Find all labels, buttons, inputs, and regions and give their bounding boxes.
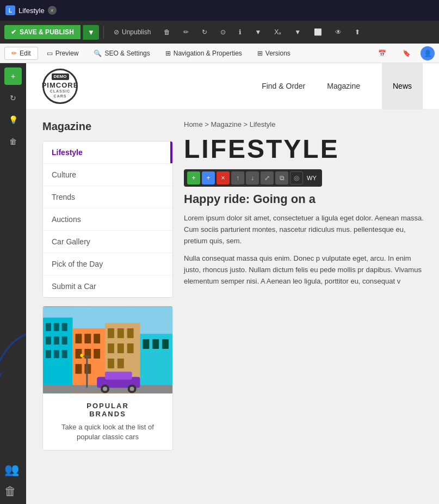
main-toolbar: ✔ SAVE & PUBLISH ▼ ⊘ Unpublish 🗑 ✏ ↻ ⊙ ℹ… [0, 21, 439, 44]
translate-button[interactable]: Xₐ [269, 26, 287, 39]
versions-button[interactable]: ⊞ Versions [251, 47, 297, 59]
svg-rect-25 [108, 343, 114, 353]
add-button[interactable]: + [4, 67, 22, 85]
ft-expand-btn[interactable]: ⤢ [261, 171, 274, 185]
breadcrumb-home[interactable]: Home [184, 120, 203, 128]
logo-demo-badge: DEMO [52, 73, 69, 80]
svg-rect-7 [54, 336, 59, 345]
svg-rect-37 [105, 372, 132, 380]
refresh-button[interactable]: ↻ [196, 26, 213, 39]
svg-rect-32 [143, 339, 149, 349]
card-title-area: POPULAR BRANDS Take a quick look at the … [43, 394, 172, 450]
calendar-icon: 📅 [378, 50, 386, 57]
open-new-icon: ⬜ [314, 28, 322, 36]
unpublish-label: Unpublish [122, 28, 151, 36]
preview-mode-button[interactable]: ▭ Preview [40, 47, 85, 59]
nav-item-lifestyle[interactable]: Lifestyle [43, 142, 172, 164]
svg-rect-18 [94, 349, 100, 359]
right-column: Home > Magazine > Lifestyle LIFESTYLE + … [184, 120, 428, 493]
svg-rect-11 [62, 350, 67, 358]
svg-rect-13 [76, 334, 82, 343]
edit-mode-icon: ✏ [11, 50, 17, 57]
svg-rect-34 [162, 339, 169, 349]
ft-close-btn[interactable]: × [217, 171, 230, 185]
edit-pencil-button[interactable]: ✏ [178, 26, 194, 39]
pencil-icon: ✏ [183, 28, 189, 36]
share-button[interactable]: ⬆ [349, 26, 366, 39]
breadcrumb-sep1: > [205, 120, 211, 128]
nav-magazine[interactable]: Magazine [327, 82, 360, 90]
breadcrumb: Home > Magazine > Lifestyle [184, 120, 428, 128]
preview-eye-button[interactable]: 👁 [330, 26, 347, 39]
translate-dropdown-button[interactable]: ▼ [289, 26, 306, 39]
site-header: DEMO PIMCORE CLASSIC CARS Find & Order M… [26, 63, 439, 109]
refresh-sidebar-button[interactable]: ↻ [4, 89, 22, 107]
target-button[interactable]: ⊙ [215, 26, 231, 39]
nav-item-car-gallery[interactable]: Car Gallery [43, 231, 172, 253]
top-bar: L Lifestyle × [0, 0, 439, 21]
versions-label: Versions [265, 50, 290, 57]
svg-rect-5 [62, 323, 67, 331]
save-publish-dropdown[interactable]: ▼ [83, 25, 99, 40]
share-icon: ⬆ [355, 28, 360, 36]
ft-add-btn-1[interactable]: + [187, 171, 200, 185]
svg-rect-6 [46, 336, 51, 345]
breadcrumb-magazine[interactable]: Magazine [211, 120, 242, 128]
preview-icon: ▭ [47, 50, 53, 57]
ft-down-btn[interactable]: ↓ [246, 171, 259, 185]
card-title: POPULAR BRANDS [51, 402, 164, 418]
svg-point-41 [130, 386, 134, 391]
delete-button[interactable]: 🗑 [158, 26, 176, 39]
logo-pimcore-text: PIMCORE [42, 81, 79, 90]
breadcrumb-sep2: > [244, 120, 250, 128]
edit-mode-button[interactable]: ✏ Edit [4, 47, 38, 60]
translate-icon: Xₐ [274, 28, 281, 36]
lightbulb-button[interactable]: 💡 [4, 111, 22, 128]
svg-rect-16 [76, 349, 82, 359]
edit-bar: ✏ Edit ▭ Preview 🔍 SEO & Settings ⊞ Navi… [0, 44, 439, 63]
svg-rect-27 [127, 343, 134, 353]
bookmark-button[interactable]: 🔖 [396, 47, 417, 59]
card-image [43, 306, 172, 394]
svg-rect-15 [94, 334, 100, 343]
info-dropdown-button[interactable]: ▼ [249, 26, 267, 39]
article-body-1: Lorem ipsum dolor sit amet, consectetuer… [184, 213, 428, 247]
preview-mode-label: Preview [55, 50, 79, 57]
tab-title: Lifestyle [18, 7, 45, 15]
nav-item-auctions[interactable]: Auctions [43, 208, 172, 231]
unpublish-circle-icon: ⊘ [114, 28, 119, 36]
ft-add-btn-2[interactable]: + [202, 171, 215, 185]
nav-find-order[interactable]: Find & Order [262, 82, 305, 90]
svg-rect-19 [76, 364, 82, 374]
article-body-2: Nulla consequat massa quis enim. Donec p… [184, 253, 428, 287]
article-title: Happy ride: Going on a [184, 192, 428, 206]
logo-sub-text: CLASSIC CARS [44, 89, 76, 99]
ft-up-btn[interactable]: ↑ [231, 171, 244, 185]
nav-item-submit-a-car[interactable]: Submit a Car [43, 275, 172, 297]
seo-label: SEO & Settings [104, 50, 150, 57]
info-button[interactable]: ℹ [233, 26, 247, 39]
nav-item-culture[interactable]: Culture [43, 164, 172, 186]
unpublish-button[interactable]: ⊘ Unpublish [108, 26, 156, 39]
edit-mode-label: Edit [20, 50, 31, 57]
nav-news[interactable]: News [382, 63, 423, 109]
trash-sidebar-button[interactable]: 🗑 [4, 133, 22, 150]
seo-settings-button[interactable]: 🔍 SEO & Settings [87, 47, 156, 59]
svg-rect-29 [118, 359, 124, 368]
section-title: Magazine [42, 120, 173, 133]
nav-icon: ⊞ [165, 50, 171, 57]
svg-rect-3 [46, 323, 51, 331]
ft-copy-btn[interactable]: ⧉ [275, 171, 288, 185]
logo-circle: DEMO PIMCORE CLASSIC CARS [42, 69, 78, 104]
save-publish-button[interactable]: ✔ SAVE & PUBLISH [4, 25, 81, 39]
nav-item-trends[interactable]: Trends [43, 186, 172, 208]
nav-item-pick-of-the-day[interactable]: Pick of the Day [43, 253, 172, 275]
save-publish-label: SAVE & PUBLISH [20, 28, 74, 36]
svg-rect-4 [54, 323, 59, 331]
open-new-button[interactable]: ⬜ [308, 26, 327, 39]
tab-close-btn[interactable]: × [48, 6, 57, 15]
nav-properties-button[interactable]: ⊞ Navigation & Properties [159, 47, 249, 59]
ft-visibility-btn[interactable]: ◎ [290, 171, 303, 185]
svg-rect-8 [62, 336, 67, 345]
calendar-button[interactable]: 📅 [372, 47, 393, 59]
